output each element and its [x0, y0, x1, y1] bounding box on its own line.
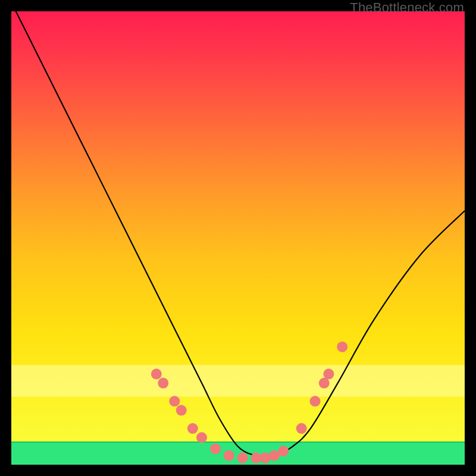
- highlight-dot: [310, 396, 321, 406]
- highlight-dot: [296, 423, 307, 434]
- highlight-dot: [169, 396, 180, 406]
- highlight-dot: [210, 443, 221, 454]
- highlight-dot: [237, 453, 248, 464]
- highlight-dot: [269, 450, 280, 461]
- highlight-dot: [187, 423, 198, 434]
- chart-svg: [11, 11, 465, 465]
- highlight-dot: [151, 369, 162, 380]
- highlight-dot: [158, 378, 168, 389]
- highlight-dot: [176, 405, 187, 416]
- highlight-dot: [196, 432, 207, 443]
- green-baseline-band: [11, 442, 465, 465]
- highlight-dot: [319, 378, 330, 389]
- highlight-dot: [224, 450, 234, 461]
- svg-rect-0: [11, 365, 465, 396]
- highlight-dot: [278, 446, 289, 456]
- watermark-text: TheBottleneck.com: [350, 0, 464, 15]
- highlight-dot: [337, 342, 347, 352]
- svg-rect-1: [11, 442, 465, 465]
- highlight-dot: [323, 369, 334, 380]
- highlight-dot: [260, 453, 271, 464]
- chart-frame: [11, 11, 465, 465]
- pale-highlight-band: [11, 365, 465, 396]
